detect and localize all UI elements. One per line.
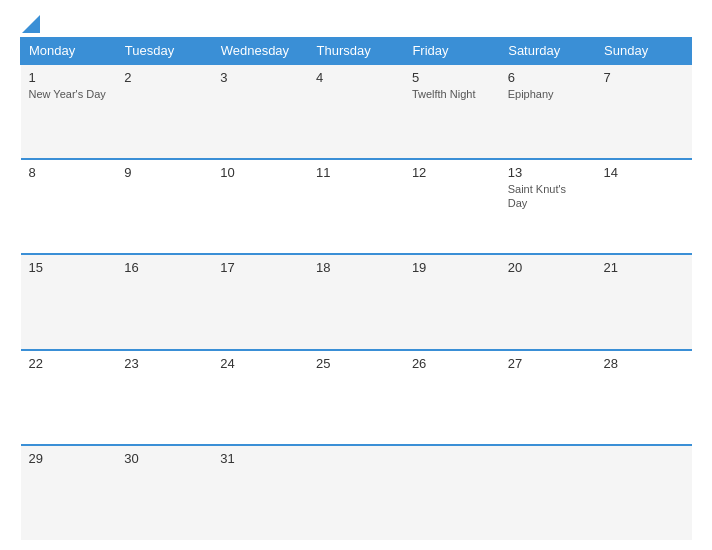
day-number: 1 [29,70,109,85]
day-number: 25 [316,356,396,371]
day-number: 20 [508,260,588,275]
calendar-week-row: 15161718192021 [21,254,692,349]
day-number: 14 [604,165,684,180]
calendar-cell: 16 [116,254,212,349]
calendar-cell: 29 [21,445,117,540]
day-number: 5 [412,70,492,85]
logo [20,15,40,33]
calendar-cell: 9 [116,159,212,254]
calendar-cell: 18 [308,254,404,349]
calendar-week-row: 22232425262728 [21,350,692,445]
day-number: 4 [316,70,396,85]
header-saturday: Saturday [500,38,596,65]
svg-marker-0 [22,15,40,33]
calendar-cell: 22 [21,350,117,445]
calendar-cell: 11 [308,159,404,254]
header-tuesday: Tuesday [116,38,212,65]
calendar-cell: 2 [116,64,212,159]
calendar-cell: 7 [596,64,692,159]
day-number: 10 [220,165,300,180]
calendar-cell: 20 [500,254,596,349]
day-number: 24 [220,356,300,371]
calendar-cell: 1New Year's Day [21,64,117,159]
calendar-cell [404,445,500,540]
day-number: 8 [29,165,109,180]
holiday-name: Twelfth Night [412,87,492,101]
header-wednesday: Wednesday [212,38,308,65]
day-number: 23 [124,356,204,371]
day-number: 7 [604,70,684,85]
day-number: 2 [124,70,204,85]
day-number: 16 [124,260,204,275]
calendar-week-row: 8910111213Saint Knut's Day14 [21,159,692,254]
header-sunday: Sunday [596,38,692,65]
day-number: 21 [604,260,684,275]
calendar-cell: 3 [212,64,308,159]
day-number: 11 [316,165,396,180]
calendar-cell: 13Saint Knut's Day [500,159,596,254]
calendar-cell: 26 [404,350,500,445]
day-number: 13 [508,165,588,180]
day-number: 28 [604,356,684,371]
header-thursday: Thursday [308,38,404,65]
calendar-cell: 31 [212,445,308,540]
calendar-header [20,15,692,33]
header-monday: Monday [21,38,117,65]
calendar-cell: 6Epiphany [500,64,596,159]
day-number: 26 [412,356,492,371]
calendar-cell: 17 [212,254,308,349]
day-number: 12 [412,165,492,180]
weekday-header-row: Monday Tuesday Wednesday Thursday Friday… [21,38,692,65]
day-number: 18 [316,260,396,275]
calendar-week-row: 293031 [21,445,692,540]
calendar-week-row: 1New Year's Day2345Twelfth Night6Epiphan… [21,64,692,159]
calendar-cell: 8 [21,159,117,254]
calendar-cell: 10 [212,159,308,254]
calendar-cell: 30 [116,445,212,540]
day-number: 3 [220,70,300,85]
day-number: 30 [124,451,204,466]
calendar-cell [596,445,692,540]
calendar-cell: 14 [596,159,692,254]
logo-triangle-icon [22,15,40,33]
calendar-cell: 21 [596,254,692,349]
calendar-cell: 19 [404,254,500,349]
calendar-table: Monday Tuesday Wednesday Thursday Friday… [20,37,692,540]
day-number: 31 [220,451,300,466]
holiday-name: Saint Knut's Day [508,182,588,211]
calendar-cell: 24 [212,350,308,445]
calendar-page: Monday Tuesday Wednesday Thursday Friday… [0,0,712,550]
day-number: 15 [29,260,109,275]
day-number: 9 [124,165,204,180]
calendar-cell [308,445,404,540]
day-number: 29 [29,451,109,466]
day-number: 22 [29,356,109,371]
calendar-cell: 28 [596,350,692,445]
day-number: 27 [508,356,588,371]
calendar-cell: 25 [308,350,404,445]
day-number: 19 [412,260,492,275]
calendar-cell [500,445,596,540]
calendar-cell: 27 [500,350,596,445]
calendar-cell: 4 [308,64,404,159]
holiday-name: Epiphany [508,87,588,101]
day-number: 6 [508,70,588,85]
holiday-name: New Year's Day [29,87,109,101]
day-number: 17 [220,260,300,275]
calendar-cell: 15 [21,254,117,349]
calendar-cell: 5Twelfth Night [404,64,500,159]
header-friday: Friday [404,38,500,65]
calendar-cell: 12 [404,159,500,254]
calendar-cell: 23 [116,350,212,445]
